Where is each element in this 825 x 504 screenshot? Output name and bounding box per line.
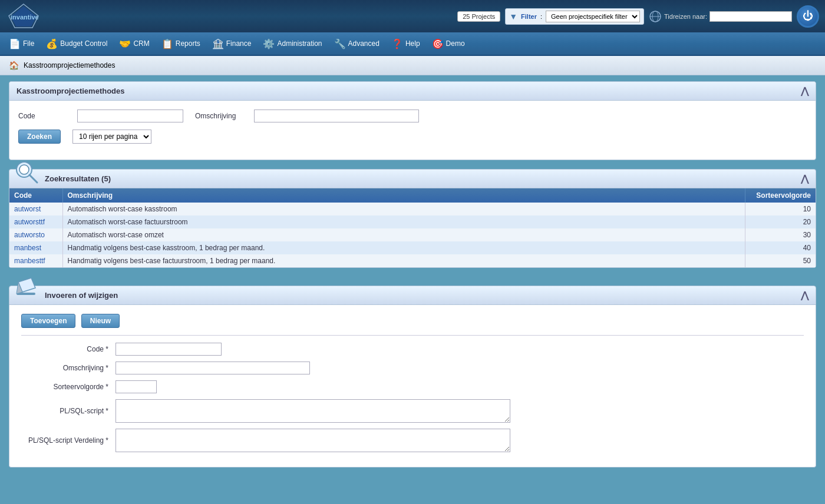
nav-item-help[interactable]: ❓ Help bbox=[385, 35, 426, 53]
main-content: Kasstroomprojectiemethodes ⋀ Code Omschr… bbox=[0, 75, 825, 473]
nav-label-demo: Demo bbox=[446, 39, 465, 48]
search-panel-title: Kasstroomprojectiemethodes bbox=[16, 87, 125, 95]
crm-icon: 🤝 bbox=[119, 38, 131, 49]
filter-icon: ▼ bbox=[509, 12, 517, 21]
search-action-row: Zoeken 10 rijen per pagina bbox=[18, 130, 807, 144]
search-panel-header: Kasstroomprojectiemethodes ⋀ bbox=[9, 82, 816, 101]
code-link[interactable]: autworsttf bbox=[14, 218, 45, 226]
filter-label[interactable]: Filter bbox=[521, 13, 537, 20]
results-panel-collapse[interactable]: ⋀ bbox=[801, 173, 808, 184]
filter-select[interactable]: Geen projectspecifiek filter bbox=[546, 11, 640, 22]
results-table-wrap: Code Omschrijving Sorteervolgorde autwor… bbox=[9, 188, 816, 268]
edit-omschrijving-label: Omschrijving * bbox=[21, 364, 116, 372]
table-row: autworsttfAutomatisch worst-case factuur… bbox=[9, 215, 816, 228]
results-tbody: autworstAutomatisch worst-case kasstroom… bbox=[9, 203, 816, 267]
nav-label-administration: Administration bbox=[277, 39, 322, 48]
breadcrumb: 🏠 Kasstroomprojectiemethodes bbox=[0, 56, 825, 75]
cell-omschrijving: Handmatig volgens best-case kasstroom, 1… bbox=[62, 241, 745, 254]
rows-per-page-select[interactable]: 10 rijen per pagina bbox=[72, 130, 151, 144]
results-table: Code Omschrijving Sorteervolgorde autwor… bbox=[9, 188, 816, 267]
cell-omschrijving: Automatisch worst-case factuurstroom bbox=[62, 215, 745, 228]
finance-icon: 🏦 bbox=[212, 38, 224, 49]
edit-panel-header: Invoeren of wijzigen ⋀ bbox=[9, 286, 816, 305]
nav-item-administration[interactable]: ⚙️ Administration bbox=[257, 35, 328, 53]
help-icon: ❓ bbox=[391, 38, 403, 49]
search-panel-body: Code Omschrijving Zoeken 10 rijen per pa… bbox=[9, 101, 816, 160]
omschrijving-input[interactable] bbox=[254, 110, 419, 122]
edit-panel-body: Toevoegen Nieuw Code * Omschrijving * So… bbox=[9, 305, 816, 467]
reports-icon: 📋 bbox=[161, 38, 173, 49]
nav-item-reports[interactable]: 📋 Reports bbox=[156, 35, 206, 53]
svg-text:invantive: invantive bbox=[11, 14, 39, 21]
power-icon: ⏻ bbox=[803, 10, 813, 22]
logo-area: invantive bbox=[6, 3, 41, 29]
cell-sorteervolgorde: 10 bbox=[745, 203, 816, 215]
code-link[interactable]: manbesttf bbox=[14, 257, 45, 265]
edit-code-input[interactable] bbox=[116, 343, 222, 356]
edit-plsql-verdeling-textarea[interactable] bbox=[116, 429, 510, 452]
administration-icon: ⚙️ bbox=[263, 38, 275, 49]
edit-sorteervolgorde-input[interactable] bbox=[116, 380, 157, 393]
new-button[interactable]: Nieuw bbox=[81, 314, 120, 328]
breadcrumb-text: Kasstroomprojectiemethodes bbox=[24, 61, 115, 69]
edit-omschrijving-row: Omschrijving * bbox=[21, 362, 804, 374]
table-row: autworstoAutomatisch worst-case omzet30 bbox=[9, 228, 816, 241]
nav-item-advanced[interactable]: 🔧 Advanced bbox=[328, 35, 385, 53]
table-header-row: Code Omschrijving Sorteervolgorde bbox=[9, 188, 816, 203]
travel-bar: Tidreizen naar: bbox=[649, 10, 792, 23]
pencil-icon bbox=[14, 275, 38, 300]
search-form-row: Code Omschrijving bbox=[18, 110, 807, 122]
travel-input[interactable] bbox=[710, 11, 792, 22]
edit-panel-wrapper: Invoeren of wijzigen ⋀ Toevoegen Nieuw C… bbox=[9, 286, 816, 467]
cell-sorteervolgorde: 40 bbox=[745, 241, 816, 254]
edit-omschrijving-input[interactable] bbox=[116, 362, 310, 374]
file-icon: 📄 bbox=[9, 38, 21, 49]
code-link[interactable]: autworst bbox=[14, 205, 41, 213]
results-panel-wrapper: Zoekresultaten (5) ⋀ Code Omschrijving S… bbox=[9, 169, 816, 268]
cell-sorteervolgorde: 20 bbox=[745, 215, 816, 228]
nav-item-finance[interactable]: 🏦 Finance bbox=[206, 35, 258, 53]
filter-bar: ▼ Filter : Geen projectspecifiek filter bbox=[505, 8, 644, 25]
nav-label-finance: Finance bbox=[226, 39, 252, 48]
nav-label-advanced: Advanced bbox=[348, 39, 380, 48]
edit-code-label: Code * bbox=[21, 345, 116, 353]
edit-panel-collapse[interactable]: ⋀ bbox=[801, 290, 808, 301]
nav-item-crm[interactable]: 🤝 CRM bbox=[113, 35, 155, 53]
home-icon[interactable]: 🏠 bbox=[9, 61, 19, 70]
results-panel-title: Zoekresultaten (5) bbox=[45, 174, 111, 183]
top-right-area: 25 Projects ▼ Filter : Geen projectspeci… bbox=[457, 5, 819, 28]
search-panel: Kasstroomprojectiemethodes ⋀ Code Omschr… bbox=[9, 81, 816, 160]
edit-plsql-verdeling-label: PL/SQL-script Verdeling * bbox=[21, 436, 116, 445]
edit-sorteervolgorde-row: Sorteervolgorde * bbox=[21, 380, 804, 393]
nav-item-budget[interactable]: 💰 Budget Control bbox=[40, 35, 113, 53]
svg-line-8 bbox=[29, 175, 37, 183]
cell-code: autworsttf bbox=[9, 215, 62, 228]
edit-plsql-textarea[interactable] bbox=[116, 399, 510, 423]
cell-omschrijving: Automatisch worst-case omzet bbox=[62, 228, 745, 241]
svg-point-7 bbox=[19, 165, 29, 174]
project-count: 25 Projects bbox=[457, 11, 500, 22]
search-button[interactable]: Zoeken bbox=[18, 130, 61, 144]
code-input[interactable] bbox=[77, 110, 183, 122]
table-row: manbestHandmatig volgens best-case kasst… bbox=[9, 241, 816, 254]
globe-icon bbox=[649, 10, 662, 23]
col-header-sorteervolgorde: Sorteervolgorde bbox=[745, 188, 816, 203]
edit-plsql-label: PL/SQL-script * bbox=[21, 407, 116, 415]
edit-code-row: Code * bbox=[21, 343, 804, 356]
edit-sorteervolgorde-label: Sorteervolgorde * bbox=[21, 383, 116, 391]
nav-item-file[interactable]: 📄 File bbox=[3, 35, 40, 53]
code-link[interactable]: autworsto bbox=[14, 231, 45, 239]
code-link[interactable]: manbest bbox=[14, 244, 41, 252]
add-button[interactable]: Toevoegen bbox=[21, 314, 75, 328]
edit-plsql-verdeling-row: PL/SQL-script Verdeling * bbox=[21, 429, 804, 452]
nav-label-budget: Budget Control bbox=[60, 39, 107, 48]
search-panel-collapse[interactable]: ⋀ bbox=[801, 85, 808, 97]
cell-code: autworst bbox=[9, 203, 62, 215]
cell-code: autworsto bbox=[9, 228, 62, 241]
search-results-icon bbox=[15, 160, 39, 185]
logo-icon: invantive bbox=[6, 3, 41, 29]
nav-item-demo[interactable]: 🎯 Demo bbox=[426, 35, 471, 53]
nav-label-reports: Reports bbox=[176, 39, 200, 48]
power-button[interactable]: ⏻ bbox=[797, 5, 819, 28]
budget-icon: 💰 bbox=[46, 38, 58, 49]
